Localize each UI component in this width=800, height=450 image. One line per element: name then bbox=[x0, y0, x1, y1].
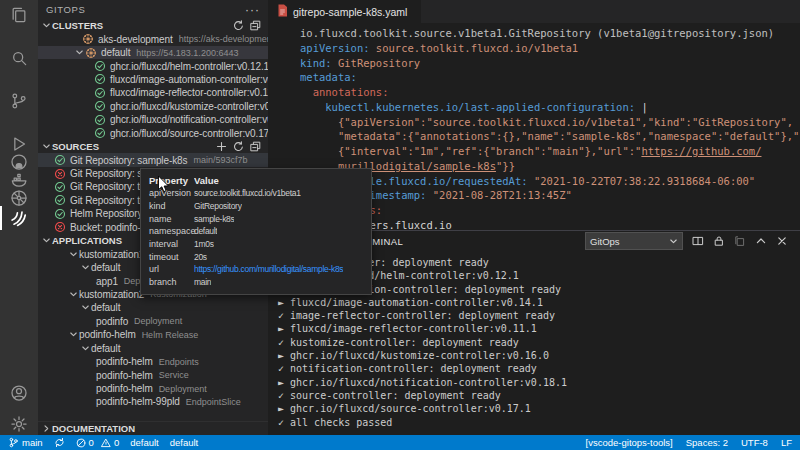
collapse-all-icon[interactable] bbox=[250, 20, 261, 31]
twisty-down-icon bbox=[42, 236, 51, 245]
tooltip-row-timeout: timeout20s bbox=[149, 250, 363, 263]
editor-line: reconcile.fluxcd.io/requestedAt: "2021-1… bbox=[300, 174, 800, 189]
tree-item-podinfo-helm[interactable]: podinfo-helmService bbox=[38, 368, 268, 381]
run-debug-icon bbox=[9, 134, 29, 154]
section-header-sources[interactable]: SOURCES bbox=[38, 140, 268, 153]
activity-item-docker[interactable] bbox=[0, 170, 38, 190]
tree-item-podinfo[interactable]: podinfoDeployment bbox=[38, 315, 268, 328]
twisty-down-icon bbox=[69, 330, 78, 339]
chevron-down-icon bbox=[669, 237, 678, 246]
item-label: ghcr.io/fluxcd/helm-controller:v0.12.1 bbox=[110, 61, 268, 72]
twisty-down-icon bbox=[69, 290, 78, 299]
more-actions-icon[interactable]: ··· bbox=[245, 6, 260, 14]
section-documentation[interactable]: DOCUMENTATION bbox=[38, 421, 268, 435]
terminal-line: ✓ source-controller: deployment ready bbox=[278, 389, 800, 402]
item-description: https://aks-development-dns-39713793.h..… bbox=[179, 34, 268, 44]
tooltip-value: sample-k8s bbox=[194, 214, 234, 224]
add-icon[interactable] bbox=[216, 141, 227, 152]
activity-item-run-debug[interactable] bbox=[0, 134, 38, 154]
editor-line: {"interval":"1m","ref":{"branch":"main"}… bbox=[300, 144, 800, 159]
tooltip-value: 1m0s bbox=[194, 239, 214, 249]
git-branch-status[interactable]: main bbox=[8, 437, 43, 448]
tree-item-default[interactable]: default bbox=[38, 301, 268, 314]
add-icon bbox=[216, 141, 227, 152]
tree-item-ghcr-io-fluxcd-helm-controller-v0-12-1[interactable]: ghcr.io/fluxcd/helm-controller:v0.12.1re… bbox=[38, 59, 268, 72]
section-label: DOCUMENTATION bbox=[52, 423, 135, 434]
activity-item-settings[interactable] bbox=[0, 414, 38, 434]
chevron-up-icon[interactable] bbox=[755, 235, 767, 247]
refresh-icon[interactable] bbox=[233, 141, 244, 152]
editor-line: "metadata":{"annotations":{},"name":"sam… bbox=[300, 129, 800, 144]
status-item-lf[interactable]: LF bbox=[781, 437, 792, 448]
docker-icon bbox=[9, 170, 29, 190]
sync-button[interactable] bbox=[54, 437, 65, 448]
twisty-down-icon bbox=[81, 344, 90, 353]
editor-line: finalizers: bbox=[300, 203, 800, 218]
yaml-file-icon bbox=[277, 4, 288, 19]
activity-item-account[interactable] bbox=[0, 383, 38, 403]
activity-item-explorer[interactable] bbox=[0, 5, 38, 25]
twisty-down-icon bbox=[81, 263, 90, 272]
terminal-selector-dropdown[interactable]: GitOps bbox=[585, 232, 683, 250]
warning-sb-icon bbox=[101, 438, 111, 448]
tree-item-podinfo-helm[interactable]: podinfo-helmHelm Release bbox=[38, 328, 268, 341]
check-icon bbox=[54, 154, 66, 166]
kube-context-status[interactable]: default bbox=[130, 437, 159, 448]
split-terminal-icon[interactable] bbox=[692, 235, 704, 247]
activity-item-gitops[interactable] bbox=[0, 208, 38, 228]
problems-status[interactable]: 0 0 bbox=[76, 437, 120, 448]
activity-item-source-control[interactable] bbox=[0, 91, 38, 111]
tooltip-property: timeout bbox=[149, 252, 194, 262]
source-control-icon bbox=[9, 91, 29, 111]
activity-item-kubernetes[interactable] bbox=[0, 188, 38, 208]
tree-item-aks-development[interactable]: aks-developmenthttps://aks-development-d… bbox=[38, 32, 268, 45]
tree-item-git-repository-sample-k8s[interactable]: Git Repository: sample-k8smain/593cf7b bbox=[38, 153, 268, 166]
gitops-icon bbox=[9, 208, 29, 228]
error-sb-icon bbox=[76, 438, 86, 448]
editor-line: kubectl.kubernetes.io/last-applied-confi… bbox=[300, 100, 800, 115]
tooltip-property: name bbox=[149, 214, 194, 224]
status-item--vscode-gitops-tools-[interactable]: [vscode-gitops-tools] bbox=[586, 437, 673, 448]
editor-line: io.fluxcd.toolkit.source.v1beta1.GitRepo… bbox=[300, 26, 800, 41]
tree-item-default[interactable]: default bbox=[38, 342, 268, 355]
terminal-line: ✓ kustomize-controller: deployment ready bbox=[278, 336, 800, 349]
activity-item-github[interactable] bbox=[0, 152, 38, 172]
item-label: ghcr.io/fluxcd/kustomize-controller:v0.1… bbox=[110, 101, 268, 112]
item-label: default bbox=[91, 262, 120, 273]
editor-tab-bar: gitrepo-sample-k8s.yaml bbox=[268, 0, 800, 23]
tree-item-podinfo-helm[interactable]: podinfo-helmEndpoints bbox=[38, 355, 268, 368]
collapse-all-icon[interactable] bbox=[250, 141, 261, 152]
error-icon bbox=[76, 438, 86, 448]
tree-item-ghcr-io-fluxcd-kustomize-controller-v0-16-0[interactable]: ghcr.io/fluxcd/kustomize-controller:v0.1… bbox=[38, 100, 268, 113]
tree-item-fluxcd-image-reflector-controller-v0-11-1[interactable]: fluxcd/image-reflector-controller:v0.11.… bbox=[38, 86, 268, 99]
tree-item-podinfo-helm[interactable]: podinfo-helmDeployment bbox=[38, 382, 268, 395]
terminal-line: ✓ image-reflector-controller: deployment… bbox=[278, 309, 800, 322]
section-header-clusters[interactable]: CLUSTERS bbox=[38, 19, 268, 32]
check-icon bbox=[94, 100, 106, 112]
item-description: Helm Release bbox=[142, 330, 199, 340]
terminal-line: ► ghcr.io/fluxcd/source-controller:v0.17… bbox=[278, 402, 800, 415]
context-label: default bbox=[130, 437, 159, 448]
tooltip-url-link[interactable]: https://github.com/murillodigital/sample… bbox=[194, 264, 343, 274]
close-icon[interactable] bbox=[776, 235, 788, 247]
lock-icon bbox=[713, 235, 725, 247]
check-icon bbox=[54, 181, 66, 193]
editor-line: creationTimestamp: "2021-08-28T21:13:45Z… bbox=[300, 188, 800, 203]
status-item-utf-8[interactable]: UTF-8 bbox=[741, 437, 768, 448]
lock-icon[interactable] bbox=[713, 235, 725, 247]
tab-gitrepo-sample-k8s-yaml[interactable]: gitrepo-sample-k8s.yaml bbox=[268, 0, 421, 23]
copy-icon[interactable] bbox=[734, 235, 746, 247]
kube-cluster-status[interactable]: default bbox=[170, 437, 199, 448]
tree-item-fluxcd-image-automation-controller-v0-14-1[interactable]: fluxcd/image-automation-controller:v0.14… bbox=[38, 73, 268, 86]
tree-item-podinfo-helm-99pld[interactable]: podinfo-helm-99pldEndpointSlice bbox=[38, 395, 268, 408]
tree-item-ghcr-io-fluxcd-notification-controller-v0-18-1[interactable]: ghcr.io/fluxcd/notification-controller:v… bbox=[38, 113, 268, 126]
activity-item-search[interactable] bbox=[0, 48, 38, 68]
status-item-spaces-2[interactable]: Spaces: 2 bbox=[686, 437, 728, 448]
twisty-down-icon bbox=[81, 303, 90, 312]
tree-item-ghcr-io-fluxcd-source-controller-v0-17-1[interactable]: ghcr.io/fluxcd/source-controller:v0.17.1… bbox=[38, 127, 268, 140]
tooltip-row-url: urlhttps://github.com/murillodigital/sam… bbox=[149, 263, 363, 276]
item-label: fluxcd/image-reflector-controller:v0.11.… bbox=[110, 87, 268, 98]
editor-line: kind: GitRepository bbox=[300, 56, 800, 71]
tree-item-default[interactable]: defaulthttps://54.183.1.200:6443 bbox=[38, 46, 268, 59]
refresh-icon[interactable] bbox=[233, 20, 244, 31]
